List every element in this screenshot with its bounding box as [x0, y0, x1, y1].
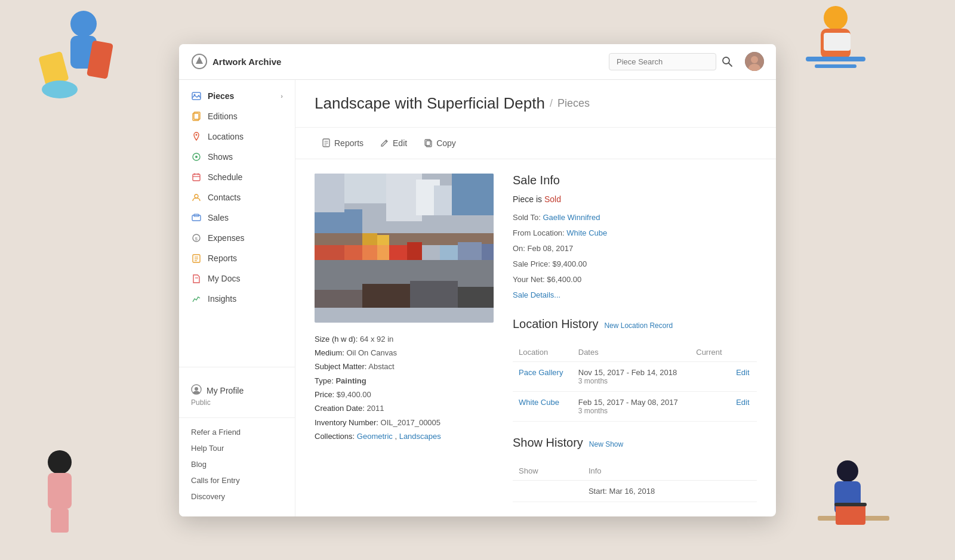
sidebar-item-expenses[interactable]: $ Expenses: [179, 228, 295, 248]
collection-geometric[interactable]: Geometric: [357, 432, 393, 441]
sale-details-link[interactable]: Sale Details...: [513, 290, 560, 299]
piece-inventory: Inventory Number: OIL_2017_00005: [315, 416, 494, 429]
creation-label: Creation Date:: [315, 404, 365, 413]
sales-label: Sales: [208, 213, 283, 222]
inventory-label: Inventory Number:: [315, 418, 378, 427]
loc-col-location: Location: [513, 343, 572, 362]
svg-rect-3: [87, 41, 113, 79]
svg-rect-6: [821, 29, 851, 58]
location-row-1-dates: Nov 15, 2017 - Feb 14, 2018 3 months: [572, 361, 691, 391]
reports-btn-label: Reports: [334, 138, 363, 148]
show-col-show: Show: [513, 462, 583, 481]
sold-to-label: Sold To:: [513, 213, 541, 222]
logo-area[interactable]: Artwork Archive: [191, 53, 281, 70]
svg-rect-2: [38, 51, 69, 86]
loc-col-current: Current: [690, 343, 730, 362]
medium-label: Medium:: [315, 348, 344, 357]
sidebar-item-contacts[interactable]: Contacts: [179, 187, 295, 208]
svg-rect-8: [815, 64, 857, 68]
sidebar-item-pieces[interactable]: Pieces ›: [179, 86, 295, 106]
piece-image: [315, 174, 494, 323]
svg-point-0: [70, 11, 97, 37]
piece-type: Type: Painting: [315, 374, 494, 388]
copy-action-button[interactable]: Copy: [417, 135, 463, 151]
reports-nav-icon: [191, 253, 202, 264]
piece-medium: Medium: Oil On Canvas: [315, 346, 494, 360]
locations-label: Locations: [208, 132, 283, 141]
search-area: [609, 52, 764, 71]
edit-action-button[interactable]: Edit: [373, 135, 414, 151]
insights-label: Insights: [208, 294, 283, 304]
mydocs-label: My Docs: [208, 274, 283, 283]
price-label: Price:: [315, 390, 334, 399]
white-cube-link[interactable]: White Cube: [519, 398, 559, 407]
svg-rect-73: [410, 281, 458, 308]
blog-link[interactable]: Blog: [179, 456, 295, 472]
sidebar-item-mydocs[interactable]: My Docs: [179, 268, 295, 289]
svg-rect-77: [482, 244, 494, 260]
sidebar-item-editions[interactable]: Editions: [179, 106, 295, 126]
sale-details: Sold To: Gaelle Winnifred From Location:…: [513, 210, 757, 303]
breadcrumb-link[interactable]: Pieces: [557, 97, 590, 110]
sidebar-item-reports[interactable]: Reports: [179, 248, 295, 268]
svg-rect-76: [458, 242, 482, 260]
piece-price: Price: $9,400.00: [315, 388, 494, 401]
expenses-icon: $: [191, 233, 202, 243]
search-input[interactable]: [609, 53, 716, 70]
app-name: Artwork Archive: [212, 57, 281, 67]
svg-rect-14: [834, 481, 861, 514]
sold-to: Sold To: Gaelle Winnifred: [513, 210, 757, 225]
collection-landscapes[interactable]: Landscapes: [399, 432, 441, 441]
refer-link[interactable]: Refer a Friend: [179, 424, 295, 440]
sidebar-item-schedule[interactable]: Schedule: [179, 167, 295, 187]
sales-icon: [191, 212, 202, 223]
pieces-label: Pieces: [208, 91, 275, 101]
location-row-1-edit: Edit: [730, 361, 757, 391]
subject-value: Abstact: [368, 362, 394, 371]
piece-subject: Subject Matter: Abstact: [315, 360, 494, 373]
discovery-link[interactable]: Discovery: [179, 488, 295, 505]
show-row-1-name: [513, 480, 583, 502]
piece-image-column: Size (h w d): 64 x 92 in Medium: Oil On …: [315, 174, 494, 502]
deco-illustration-bottom-left: [18, 444, 101, 542]
avatar[interactable]: [745, 52, 764, 71]
sidebar-profile: My Profile Public: [179, 379, 295, 412]
size-label: Size (h w d):: [315, 335, 358, 344]
sold-to-link[interactable]: Gaelle Winnifred: [543, 213, 600, 222]
deco-illustration-top-left: [30, 6, 137, 104]
your-net-label: Your Net:: [513, 275, 545, 284]
new-location-link[interactable]: New Location Record: [604, 321, 673, 330]
expenses-label: Expenses: [208, 233, 283, 243]
editions-label: Editions: [208, 112, 283, 121]
status-prefix: Piece is: [513, 194, 542, 204]
on-date: Feb 08, 2017: [528, 244, 574, 253]
profile-name[interactable]: My Profile: [207, 386, 244, 395]
svg-rect-72: [315, 290, 362, 308]
location-history-title: Location History: [513, 317, 598, 331]
editions-icon: [191, 111, 202, 122]
sale-price-value: $9,400.00: [553, 259, 587, 268]
location-history-header: Location History New Location Record: [513, 317, 757, 338]
svg-rect-12: [51, 509, 69, 533]
sidebar-item-shows[interactable]: Shows: [179, 147, 295, 167]
location-row-2-edit: Edit: [730, 391, 757, 421]
from-location-link[interactable]: White Cube: [566, 228, 607, 237]
from-location-label: From Location:: [513, 228, 565, 237]
location-row-2-edit-link[interactable]: Edit: [736, 398, 749, 407]
pace-gallery-link[interactable]: Pace Gallery: [519, 368, 563, 377]
svg-point-31: [195, 156, 198, 158]
sale-price-label: Sale Price:: [513, 259, 550, 268]
reports-action-button[interactable]: Reports: [315, 135, 371, 151]
from-location: From Location: White Cube: [513, 225, 757, 241]
sidebar-item-sales[interactable]: Sales: [179, 208, 295, 228]
search-button[interactable]: [721, 55, 733, 67]
sidebar-item-insights[interactable]: Insights: [179, 289, 295, 309]
show-history-header: Show History New Show: [513, 436, 757, 457]
location-row-1: Pace Gallery Nov 15, 2017 - Feb 14, 2018…: [513, 361, 757, 391]
schedule-icon: [191, 172, 202, 182]
sidebar-item-locations[interactable]: Locations: [179, 126, 295, 147]
calls-link[interactable]: Calls for Entry: [179, 472, 295, 488]
help-link[interactable]: Help Tour: [179, 440, 295, 456]
new-show-link[interactable]: New Show: [589, 440, 623, 448]
location-row-1-edit-link[interactable]: Edit: [736, 368, 749, 377]
